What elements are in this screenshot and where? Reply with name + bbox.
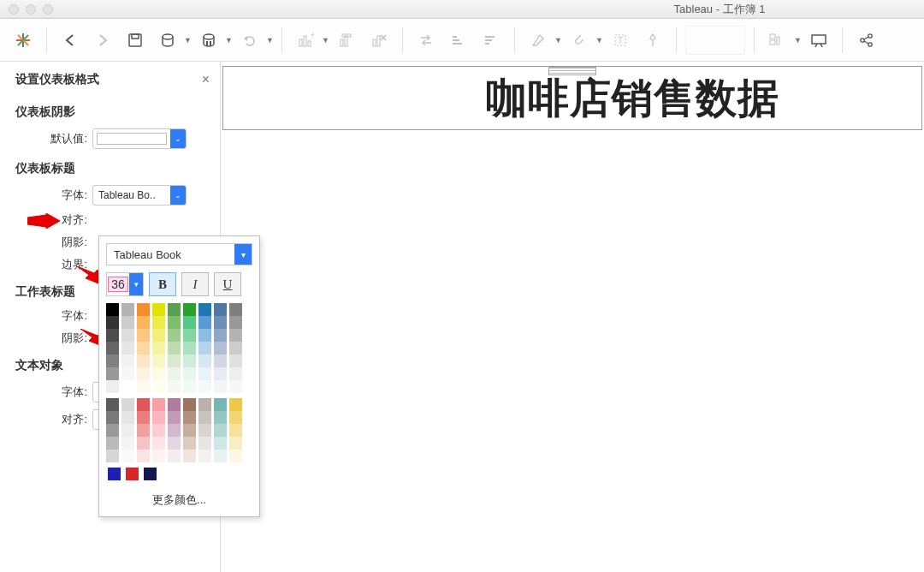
color-swatch[interactable] (214, 367, 227, 380)
color-swatch[interactable] (214, 342, 227, 355)
color-swatch[interactable] (183, 380, 196, 393)
color-swatch[interactable] (121, 329, 134, 342)
color-swatch[interactable] (198, 329, 211, 342)
color-swatch[interactable] (137, 367, 150, 380)
color-swatch[interactable] (121, 342, 134, 355)
worksheet-dropdown-icon[interactable]: ▼ (322, 36, 329, 45)
bold-button[interactable]: B (149, 272, 176, 296)
color-swatch[interactable] (168, 367, 181, 380)
color-swatch[interactable] (229, 355, 242, 367)
color-swatch[interactable] (168, 329, 181, 342)
color-swatch[interactable] (152, 303, 165, 316)
color-swatch[interactable] (183, 437, 196, 450)
color-swatch[interactable] (214, 355, 227, 367)
duplicate-sheet-button[interactable] (332, 26, 361, 55)
color-swatch[interactable] (183, 411, 196, 424)
color-swatch[interactable] (137, 342, 150, 355)
color-swatch[interactable] (121, 411, 134, 424)
color-swatch[interactable] (152, 342, 165, 355)
color-swatch[interactable] (183, 355, 196, 367)
color-swatch[interactable] (229, 316, 242, 329)
color-swatch[interactable] (183, 342, 196, 355)
swap-button[interactable] (412, 26, 441, 55)
color-swatch[interactable] (229, 329, 242, 342)
color-swatch[interactable] (168, 437, 181, 450)
dashboard-canvas[interactable]: 咖啡店销售数据 (221, 62, 924, 572)
color-swatch[interactable] (198, 342, 211, 355)
color-swatch[interactable] (126, 468, 139, 480)
new-worksheet-button[interactable]: + (291, 26, 320, 55)
close-window-icon[interactable] (9, 4, 19, 15)
color-swatch[interactable] (214, 329, 227, 342)
color-swatch[interactable] (168, 424, 181, 437)
color-swatch[interactable] (198, 437, 211, 450)
italic-button[interactable]: I (181, 272, 209, 296)
dashboard-title-container[interactable]: 咖啡店销售数据 (222, 66, 922, 130)
color-swatch[interactable] (198, 355, 211, 367)
attach-button[interactable] (565, 26, 594, 55)
dashtitle-font-select[interactable]: Tableau Bo.. ⌄ (92, 185, 187, 206)
color-swatch[interactable] (214, 411, 227, 424)
undo-button[interactable] (235, 26, 264, 55)
color-swatch[interactable] (137, 437, 150, 450)
showme-dropdown-icon[interactable]: ▼ (794, 36, 801, 45)
color-swatch[interactable] (106, 411, 119, 424)
color-swatch[interactable] (183, 424, 196, 437)
color-swatch[interactable] (121, 355, 134, 367)
color-swatch[interactable] (229, 342, 242, 355)
color-swatch[interactable] (144, 468, 157, 480)
color-swatch[interactable] (106, 367, 119, 380)
color-swatch[interactable] (137, 380, 150, 393)
pin-button[interactable] (638, 26, 667, 55)
pause-data-button[interactable] (194, 26, 223, 55)
color-swatch[interactable] (106, 424, 119, 437)
tableau-logo-icon[interactable] (9, 26, 38, 55)
save-button[interactable] (121, 26, 150, 55)
color-swatch[interactable] (198, 450, 211, 462)
color-swatch[interactable] (106, 437, 119, 450)
color-swatch[interactable] (152, 380, 165, 393)
color-swatch[interactable] (183, 329, 196, 342)
highlight-button[interactable] (524, 26, 553, 55)
color-swatch[interactable] (214, 437, 227, 450)
color-swatch[interactable] (152, 316, 165, 329)
color-swatch[interactable] (121, 316, 134, 329)
color-swatch[interactable] (152, 437, 165, 450)
color-swatch[interactable] (152, 411, 165, 424)
color-swatch[interactable] (121, 367, 134, 380)
show-me-button[interactable] (763, 26, 792, 55)
sort-asc-button[interactable] (444, 26, 473, 55)
minimize-window-icon[interactable] (26, 4, 36, 15)
color-swatch[interactable] (108, 468, 121, 480)
color-swatch[interactable] (121, 303, 134, 316)
color-swatch[interactable] (198, 398, 211, 411)
color-swatch[interactable] (214, 450, 227, 462)
drag-handle-icon[interactable] (548, 67, 596, 75)
color-swatch[interactable] (152, 367, 165, 380)
color-swatch[interactable] (198, 316, 211, 329)
color-swatch[interactable] (198, 424, 211, 437)
close-panel-button[interactable]: × (202, 72, 210, 87)
color-swatch[interactable] (121, 424, 134, 437)
color-swatch[interactable] (137, 450, 150, 462)
fit-dropdown[interactable] (685, 26, 745, 55)
color-swatch[interactable] (214, 380, 227, 393)
color-swatch[interactable] (121, 450, 134, 462)
color-swatch[interactable] (121, 380, 134, 393)
color-swatch[interactable] (106, 398, 119, 411)
color-swatch[interactable] (229, 303, 242, 316)
color-swatch[interactable] (137, 411, 150, 424)
color-swatch[interactable] (137, 398, 150, 411)
color-swatch[interactable] (183, 316, 196, 329)
color-swatch[interactable] (137, 303, 150, 316)
color-swatch[interactable] (168, 398, 181, 411)
color-swatch[interactable] (137, 316, 150, 329)
undo-dropdown-icon[interactable]: ▼ (266, 36, 273, 45)
color-swatch[interactable] (183, 450, 196, 462)
color-swatch[interactable] (121, 398, 134, 411)
color-swatch[interactable] (214, 398, 227, 411)
share-button[interactable] (851, 26, 880, 55)
datasource-dropdown-icon[interactable]: ▼ (184, 36, 191, 45)
color-swatch[interactable] (168, 355, 181, 367)
sort-desc-button[interactable] (477, 26, 506, 55)
